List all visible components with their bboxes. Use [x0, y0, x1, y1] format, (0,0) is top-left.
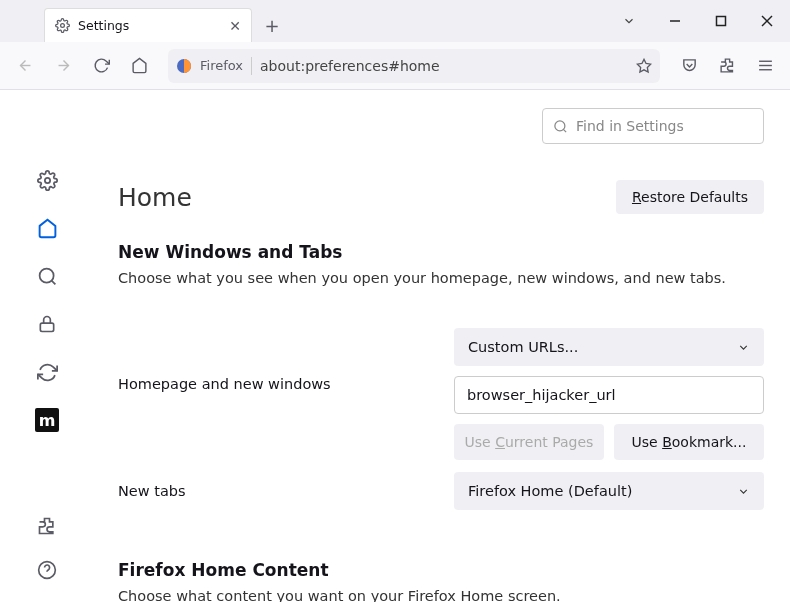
sidebar-home-icon[interactable] [35, 216, 59, 240]
settings-sidebar: m [0, 90, 94, 602]
urlbar-separator [251, 57, 252, 75]
svg-point-12 [44, 177, 49, 182]
browser-tab[interactable]: Settings ✕ [44, 8, 252, 42]
home-button[interactable] [122, 49, 156, 83]
toolbar: Firefox about:preferences#home [0, 42, 790, 90]
homepage-label: Homepage and new windows [118, 328, 454, 392]
use-current-pages-button[interactable]: Use Current Pages [454, 424, 604, 460]
use-bookmark-button[interactable]: Use Bookmark... [614, 424, 764, 460]
sidebar-general-icon[interactable] [35, 168, 59, 192]
sidebar-more-icon[interactable]: m [35, 408, 59, 432]
pocket-icon[interactable] [672, 49, 706, 83]
window-maximize-button[interactable] [698, 0, 744, 42]
app-menu-icon[interactable] [748, 49, 782, 83]
sidebar-help-icon[interactable] [35, 558, 59, 582]
svg-point-0 [61, 24, 65, 28]
forward-button[interactable] [46, 49, 80, 83]
page-title: Home [118, 183, 192, 212]
homepage-mode-value: Custom URLs... [468, 339, 578, 355]
tabs-dropdown-icon[interactable] [606, 0, 652, 42]
svg-point-18 [555, 120, 565, 130]
firefox-icon [176, 58, 192, 74]
chevron-down-icon [737, 341, 750, 354]
new-tab-button[interactable]: + [258, 11, 286, 39]
newtabs-mode-value: Firefox Home (Default) [468, 483, 632, 499]
chevron-down-icon [737, 485, 750, 498]
search-icon [553, 119, 568, 134]
close-tab-icon[interactable]: ✕ [229, 18, 241, 34]
urlbar-identity-label: Firefox [200, 58, 243, 73]
tab-bar: Settings ✕ + [0, 0, 790, 42]
svg-line-14 [51, 280, 55, 284]
homepage-mode-select[interactable]: Custom URLs... [454, 328, 764, 366]
gear-icon [55, 18, 70, 33]
svg-marker-8 [637, 59, 650, 72]
main-area: m Find in Settings Home Restore Defaults… [0, 90, 790, 602]
window-close-button[interactable] [744, 0, 790, 42]
svg-line-19 [563, 129, 566, 132]
section-new-windows-title: New Windows and Tabs [118, 242, 764, 262]
urlbar-address: about:preferences#home [260, 58, 440, 74]
tab-title: Settings [78, 18, 129, 33]
bookmark-star-icon[interactable] [636, 58, 652, 74]
sidebar-privacy-icon[interactable] [35, 312, 59, 336]
section-new-windows-desc: Choose what you see when you open your h… [118, 270, 764, 286]
restore-defaults-button[interactable]: Restore Defaults [616, 180, 764, 214]
sidebar-sync-icon[interactable] [35, 360, 59, 384]
extensions-icon[interactable] [710, 49, 744, 83]
svg-point-13 [39, 268, 53, 282]
svg-rect-2 [717, 17, 726, 26]
reload-button[interactable] [84, 49, 118, 83]
find-in-settings-placeholder: Find in Settings [576, 118, 684, 134]
newtabs-label: New tabs [118, 483, 454, 499]
section-home-content-title: Firefox Home Content [118, 560, 764, 580]
newtabs-mode-select[interactable]: Firefox Home (Default) [454, 472, 764, 510]
back-button[interactable] [8, 49, 42, 83]
section-home-content-desc: Choose what content you want on your Fir… [118, 588, 764, 602]
sidebar-search-icon[interactable] [35, 264, 59, 288]
window-minimize-button[interactable] [652, 0, 698, 42]
svg-rect-15 [40, 323, 53, 331]
content: Find in Settings Home Restore Defaults N… [94, 90, 790, 602]
url-bar[interactable]: Firefox about:preferences#home [168, 49, 660, 83]
find-in-settings-input[interactable]: Find in Settings [542, 108, 764, 144]
sidebar-extensions-icon[interactable] [35, 514, 59, 538]
homepage-url-input[interactable] [454, 376, 764, 414]
